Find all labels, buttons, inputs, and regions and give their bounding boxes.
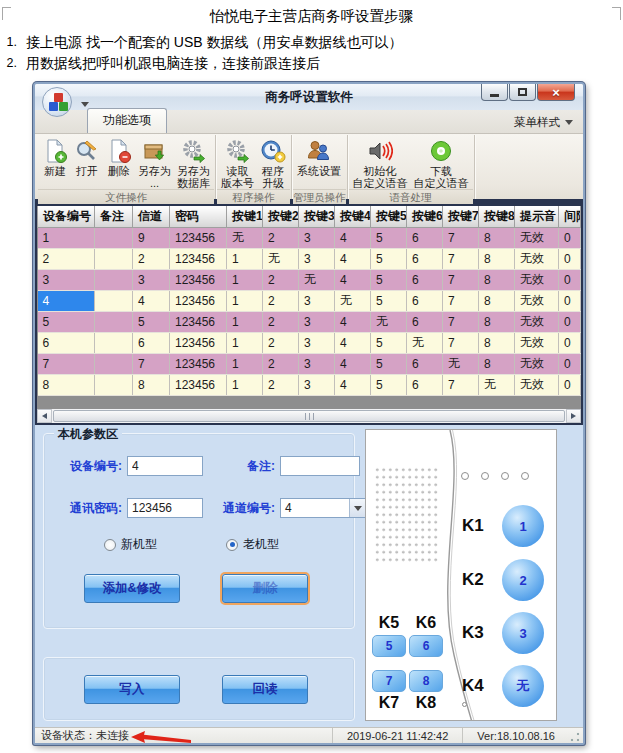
table-cell[interactable]: 5 — [38, 311, 95, 332]
key-button-k2[interactable]: 2 — [502, 559, 544, 601]
table-cell[interactable]: 123456 — [170, 311, 227, 332]
table-cell[interactable]: 4 — [335, 374, 371, 395]
key-button-k8[interactable]: 8 — [409, 670, 443, 692]
table-cell[interactable]: 无 — [227, 227, 263, 248]
ribbon-button-download-voice[interactable]: 下载 自定义语音 — [411, 137, 472, 189]
table-cell[interactable]: 7 — [443, 248, 479, 269]
table-cell[interactable]: 2 — [133, 248, 170, 269]
table-cell[interactable]: 无 — [407, 332, 443, 353]
table-cell[interactable]: 2 — [263, 269, 299, 290]
scrollbar-thumb[interactable] — [53, 410, 565, 422]
table-cell[interactable]: 3 — [299, 227, 335, 248]
table-cell[interactable]: 4 — [133, 290, 170, 311]
table-cell[interactable]: 3 — [299, 290, 335, 311]
key-button-k3[interactable]: 3 — [502, 612, 544, 654]
table-cell[interactable]: 1 — [227, 248, 263, 269]
column-header[interactable]: 按键2 — [263, 206, 299, 227]
resize-grip-icon[interactable] — [569, 731, 581, 743]
table-cell[interactable]: 8 — [479, 353, 515, 374]
table-cell[interactable]: 1 — [227, 311, 263, 332]
table-cell[interactable]: 8 — [479, 248, 515, 269]
table-cell[interactable]: 7 — [443, 269, 479, 290]
table-cell[interactable]: 无 — [263, 248, 299, 269]
table-cell[interactable]: 6 — [407, 248, 443, 269]
table-cell[interactable]: 8 — [133, 374, 170, 395]
table-cell[interactable]: 7 — [133, 353, 170, 374]
table-cell[interactable]: 8 — [38, 374, 95, 395]
ribbon-button-save-as[interactable]: 另存为 ... — [135, 137, 174, 189]
table-cell[interactable]: 123456 — [170, 269, 227, 290]
table-cell[interactable]: 1 — [227, 374, 263, 395]
table-cell[interactable]: 5 — [371, 227, 407, 248]
password-input[interactable] — [127, 498, 203, 518]
table-cell[interactable]: 0 — [559, 311, 581, 332]
ribbon-button-delete[interactable]: 删除 — [103, 137, 135, 189]
table-cell[interactable]: 7 — [38, 353, 95, 374]
table-cell[interactable]: 4 — [335, 227, 371, 248]
ribbon-button-read-version[interactable]: 读取 版本号 — [218, 137, 257, 189]
ribbon-button-system-settings[interactable]: 系统设置 — [294, 137, 344, 189]
column-header[interactable]: 按键5 — [371, 206, 407, 227]
table-cell[interactable]: 无效 — [515, 227, 559, 248]
write-button[interactable]: 写入 — [84, 675, 180, 704]
table-cell[interactable] — [95, 332, 133, 353]
table-cell[interactable]: 无 — [299, 269, 335, 290]
menu-style-dropdown[interactable]: 菜单样式 — [514, 115, 573, 130]
table-cell[interactable]: 8 — [479, 269, 515, 290]
maximize-button[interactable] — [509, 84, 536, 101]
table-cell[interactable]: 4 — [335, 269, 371, 290]
column-header[interactable]: 按键8 — [479, 206, 515, 227]
table-cell[interactable]: 5 — [371, 332, 407, 353]
table-cell[interactable]: 3 — [299, 374, 335, 395]
scroll-right-button[interactable] — [566, 409, 581, 423]
table-cell[interactable]: 0 — [559, 227, 581, 248]
table-cell[interactable]: 8 — [479, 227, 515, 248]
table-cell[interactable]: 0 — [559, 353, 581, 374]
ribbon-button-init-voice[interactable]: 初始化 自定义语音 — [350, 137, 411, 189]
column-header[interactable]: 信道 — [133, 206, 170, 227]
table-cell[interactable] — [95, 290, 133, 311]
table-cell[interactable]: 0 — [559, 248, 581, 269]
tab-function-options[interactable]: 功能选项 — [87, 108, 167, 133]
table-cell[interactable]: 5 — [371, 353, 407, 374]
table-cell[interactable]: 无效 — [515, 311, 559, 332]
minimize-button[interactable] — [481, 84, 508, 101]
add-modify-button[interactable]: 添加&修改 — [84, 574, 180, 603]
column-header[interactable]: 按键7 — [443, 206, 479, 227]
table-cell[interactable]: 6 — [407, 374, 443, 395]
table-cell[interactable]: 7 — [443, 374, 479, 395]
table-cell[interactable]: 2 — [263, 311, 299, 332]
table-cell[interactable]: 4 — [335, 353, 371, 374]
table-cell[interactable]: 2 — [263, 290, 299, 311]
table-cell[interactable]: 1 — [227, 290, 263, 311]
device-no-input[interactable] — [127, 456, 203, 476]
table-cell[interactable] — [95, 353, 133, 374]
table-cell[interactable]: 0 — [559, 332, 581, 353]
table-cell[interactable]: 123456 — [170, 290, 227, 311]
table-cell[interactable]: 7 — [443, 227, 479, 248]
title-bar[interactable]: 商务呼设置软件 × — [35, 84, 583, 110]
column-header[interactable]: 间隔 — [559, 206, 581, 227]
column-header[interactable]: 设备编号 — [38, 206, 95, 227]
table-cell[interactable]: 1 — [227, 353, 263, 374]
table-cell[interactable]: 2 — [263, 332, 299, 353]
table-cell[interactable]: 5 — [371, 269, 407, 290]
table-cell[interactable]: 3 — [299, 332, 335, 353]
table-cell[interactable]: 2 — [263, 374, 299, 395]
column-header[interactable]: 提示音 — [515, 206, 559, 227]
table-cell[interactable]: 5 — [371, 248, 407, 269]
table-cell[interactable]: 2 — [38, 248, 95, 269]
column-header[interactable]: 备注 — [95, 206, 133, 227]
table-cell[interactable]: 9 — [133, 227, 170, 248]
ribbon-button-new[interactable]: 新建 — [39, 137, 71, 189]
table-cell[interactable]: 123456 — [170, 353, 227, 374]
table-cell[interactable]: 4 — [335, 332, 371, 353]
app-icon[interactable] — [42, 87, 72, 117]
table-cell[interactable]: 7 — [443, 290, 479, 311]
table-cell[interactable]: 123456 — [170, 227, 227, 248]
table-cell[interactable]: 3 — [299, 248, 335, 269]
delete-button[interactable]: 删除 — [222, 574, 308, 603]
table-cell[interactable]: 无效 — [515, 353, 559, 374]
table-cell[interactable]: 1 — [38, 227, 95, 248]
table-cell[interactable]: 无 — [371, 311, 407, 332]
